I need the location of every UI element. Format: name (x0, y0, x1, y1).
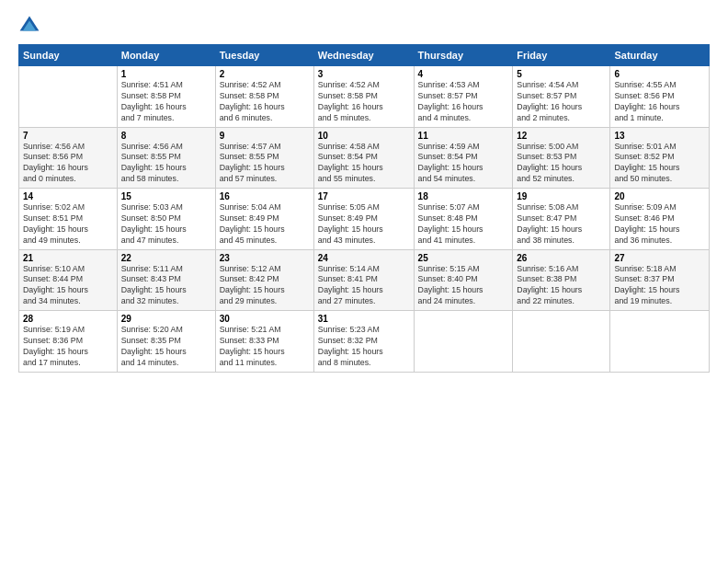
day-cell: 1Sunrise: 4:51 AM Sunset: 8:58 PM Daylig… (117, 66, 215, 128)
day-number: 4 (418, 69, 509, 79)
day-cell: 10Sunrise: 4:58 AM Sunset: 8:54 PM Dayli… (313, 127, 414, 189)
day-number: 9 (220, 131, 310, 141)
calendar-table: SundayMondayTuesdayWednesdayThursdayFrid… (18, 44, 710, 373)
day-info: Sunrise: 4:57 AM Sunset: 8:55 PM Dayligh… (220, 142, 310, 186)
header-wednesday: Wednesday (313, 45, 414, 66)
day-cell: 5Sunrise: 4:54 AM Sunset: 8:57 PM Daylig… (513, 66, 610, 128)
week-row-3: 14Sunrise: 5:02 AM Sunset: 8:51 PM Dayli… (19, 189, 710, 250)
day-info: Sunrise: 5:07 AM Sunset: 8:48 PM Dayligh… (418, 202, 509, 247)
day-cell: 14Sunrise: 5:02 AM Sunset: 8:51 PM Dayli… (19, 189, 118, 250)
day-info: Sunrise: 5:19 AM Sunset: 8:36 PM Dayligh… (23, 325, 113, 369)
header-monday: Monday (117, 45, 215, 66)
day-number: 21 (23, 253, 113, 263)
header-row: SundayMondayTuesdayWednesdayThursdayFrid… (19, 45, 710, 66)
day-cell (414, 311, 513, 373)
day-cell: 16Sunrise: 5:04 AM Sunset: 8:49 PM Dayli… (215, 189, 313, 250)
day-cell: 4Sunrise: 4:53 AM Sunset: 8:57 PM Daylig… (414, 66, 513, 128)
day-cell: 26Sunrise: 5:16 AM Sunset: 8:38 PM Dayli… (513, 249, 610, 311)
calendar-page: SundayMondayTuesdayWednesdayThursdayFrid… (0, 0, 728, 563)
day-number: 17 (318, 191, 410, 201)
day-number: 19 (517, 191, 606, 201)
day-info: Sunrise: 5:00 AM Sunset: 8:53 PM Dayligh… (517, 142, 606, 186)
day-cell: 28Sunrise: 5:19 AM Sunset: 8:36 PM Dayli… (19, 311, 118, 373)
day-cell: 15Sunrise: 5:03 AM Sunset: 8:50 PM Dayli… (117, 189, 215, 250)
day-number: 16 (220, 191, 310, 201)
header (18, 15, 710, 37)
day-cell: 24Sunrise: 5:14 AM Sunset: 8:41 PM Dayli… (313, 249, 414, 311)
day-number: 6 (614, 69, 705, 79)
day-info: Sunrise: 5:18 AM Sunset: 8:37 PM Dayligh… (614, 264, 705, 308)
logo-icon (18, 15, 40, 37)
day-number: 20 (614, 191, 705, 201)
day-number: 29 (121, 314, 211, 324)
day-cell (513, 311, 610, 373)
day-info: Sunrise: 4:53 AM Sunset: 8:57 PM Dayligh… (418, 80, 509, 124)
week-row-5: 28Sunrise: 5:19 AM Sunset: 8:36 PM Dayli… (19, 311, 710, 373)
day-info: Sunrise: 5:16 AM Sunset: 8:38 PM Dayligh… (517, 264, 606, 308)
day-info: Sunrise: 4:52 AM Sunset: 8:58 PM Dayligh… (220, 80, 310, 124)
day-cell (19, 66, 118, 128)
day-number: 18 (418, 191, 509, 201)
day-info: Sunrise: 5:15 AM Sunset: 8:40 PM Dayligh… (418, 264, 509, 308)
day-cell (610, 311, 710, 373)
week-row-2: 7Sunrise: 4:56 AM Sunset: 8:56 PM Daylig… (19, 127, 710, 189)
day-cell: 9Sunrise: 4:57 AM Sunset: 8:55 PM Daylig… (215, 127, 313, 189)
day-info: Sunrise: 5:11 AM Sunset: 8:43 PM Dayligh… (121, 264, 211, 308)
day-cell: 6Sunrise: 4:55 AM Sunset: 8:56 PM Daylig… (610, 66, 710, 128)
day-info: Sunrise: 4:52 AM Sunset: 8:58 PM Dayligh… (318, 80, 410, 124)
day-info: Sunrise: 4:55 AM Sunset: 8:56 PM Dayligh… (614, 80, 705, 124)
day-info: Sunrise: 5:23 AM Sunset: 8:32 PM Dayligh… (318, 325, 410, 369)
day-number: 8 (121, 131, 211, 141)
day-cell: 13Sunrise: 5:01 AM Sunset: 8:52 PM Dayli… (610, 127, 710, 189)
day-info: Sunrise: 5:05 AM Sunset: 8:49 PM Dayligh… (318, 202, 410, 247)
day-number: 13 (614, 131, 705, 141)
day-number: 24 (318, 253, 410, 263)
day-info: Sunrise: 5:08 AM Sunset: 8:47 PM Dayligh… (517, 202, 606, 247)
day-number: 25 (418, 253, 509, 263)
day-number: 26 (517, 253, 606, 263)
day-number: 3 (318, 69, 410, 79)
day-info: Sunrise: 5:21 AM Sunset: 8:33 PM Dayligh… (220, 325, 310, 369)
day-number: 31 (318, 314, 410, 324)
week-row-1: 1Sunrise: 4:51 AM Sunset: 8:58 PM Daylig… (19, 66, 710, 128)
day-cell: 2Sunrise: 4:52 AM Sunset: 8:58 PM Daylig… (215, 66, 313, 128)
day-info: Sunrise: 5:20 AM Sunset: 8:35 PM Dayligh… (121, 325, 211, 369)
header-friday: Friday (513, 45, 610, 66)
day-number: 28 (23, 314, 113, 324)
day-info: Sunrise: 4:59 AM Sunset: 8:54 PM Dayligh… (418, 142, 509, 186)
day-info: Sunrise: 5:10 AM Sunset: 8:44 PM Dayligh… (23, 264, 113, 308)
day-info: Sunrise: 4:58 AM Sunset: 8:54 PM Dayligh… (318, 142, 410, 186)
day-cell: 20Sunrise: 5:09 AM Sunset: 8:46 PM Dayli… (610, 189, 710, 250)
day-info: Sunrise: 5:14 AM Sunset: 8:41 PM Dayligh… (318, 264, 410, 308)
day-number: 22 (121, 253, 211, 263)
day-cell: 18Sunrise: 5:07 AM Sunset: 8:48 PM Dayli… (414, 189, 513, 250)
day-cell: 25Sunrise: 5:15 AM Sunset: 8:40 PM Dayli… (414, 249, 513, 311)
day-info: Sunrise: 5:04 AM Sunset: 8:49 PM Dayligh… (220, 202, 310, 247)
day-info: Sunrise: 4:56 AM Sunset: 8:56 PM Dayligh… (23, 142, 113, 186)
day-number: 7 (23, 131, 113, 141)
day-info: Sunrise: 4:54 AM Sunset: 8:57 PM Dayligh… (517, 80, 606, 124)
day-cell: 11Sunrise: 4:59 AM Sunset: 8:54 PM Dayli… (414, 127, 513, 189)
day-info: Sunrise: 5:01 AM Sunset: 8:52 PM Dayligh… (614, 142, 705, 186)
logo (18, 15, 44, 37)
day-number: 27 (614, 253, 705, 263)
day-cell: 12Sunrise: 5:00 AM Sunset: 8:53 PM Dayli… (513, 127, 610, 189)
day-cell: 17Sunrise: 5:05 AM Sunset: 8:49 PM Dayli… (313, 189, 414, 250)
day-info: Sunrise: 5:12 AM Sunset: 8:42 PM Dayligh… (220, 264, 310, 308)
day-number: 15 (121, 191, 211, 201)
day-cell: 30Sunrise: 5:21 AM Sunset: 8:33 PM Dayli… (215, 311, 313, 373)
day-cell: 22Sunrise: 5:11 AM Sunset: 8:43 PM Dayli… (117, 249, 215, 311)
day-number: 14 (23, 191, 113, 201)
day-cell: 3Sunrise: 4:52 AM Sunset: 8:58 PM Daylig… (313, 66, 414, 128)
day-info: Sunrise: 5:02 AM Sunset: 8:51 PM Dayligh… (23, 202, 113, 247)
day-number: 30 (220, 314, 310, 324)
day-info: Sunrise: 4:51 AM Sunset: 8:58 PM Dayligh… (121, 80, 211, 124)
day-cell: 29Sunrise: 5:20 AM Sunset: 8:35 PM Dayli… (117, 311, 215, 373)
day-cell: 23Sunrise: 5:12 AM Sunset: 8:42 PM Dayli… (215, 249, 313, 311)
day-number: 23 (220, 253, 310, 263)
day-number: 2 (220, 69, 310, 79)
day-info: Sunrise: 4:56 AM Sunset: 8:55 PM Dayligh… (121, 142, 211, 186)
header-thursday: Thursday (414, 45, 513, 66)
day-number: 10 (318, 131, 410, 141)
week-row-4: 21Sunrise: 5:10 AM Sunset: 8:44 PM Dayli… (19, 249, 710, 311)
